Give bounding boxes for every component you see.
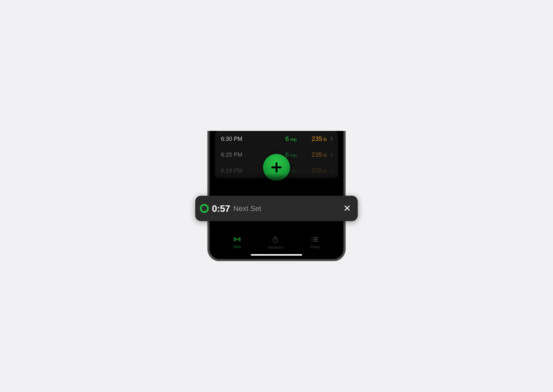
tab-today[interactable]: Today — [310, 236, 320, 249]
svg-rect-6 — [239, 237, 240, 241]
device-frame: MON, 9 MAR 2020 6:30 PM 6 rep 235 lb — [189, 131, 364, 261]
svg-rect-16 — [313, 241, 318, 242]
dismiss-timer-button[interactable] — [342, 203, 352, 214]
weight-value: 235 — [312, 167, 322, 174]
svg-point-17 — [201, 205, 208, 212]
weight-unit: lb — [323, 137, 327, 142]
tab-bar: Sets Sessions — [211, 231, 342, 258]
weight-value: 235 — [312, 135, 322, 142]
chevron-right-icon — [330, 168, 333, 173]
weight-unit: lb — [323, 153, 327, 158]
home-indicator[interactable] — [251, 254, 302, 256]
rep-unit: rep — [290, 153, 297, 158]
add-set-button[interactable] — [263, 154, 290, 181]
svg-rect-14 — [313, 239, 318, 240]
set-weight: 235 lb — [297, 151, 327, 158]
rep-value: 6 — [285, 135, 289, 142]
rep-unit: rep — [290, 137, 297, 142]
plus-icon — [270, 161, 283, 174]
tab-sets[interactable]: Sets — [233, 236, 241, 249]
set-weight: 235 lb — [297, 167, 327, 174]
svg-rect-3 — [235, 238, 236, 241]
tab-label: Today — [310, 245, 320, 249]
timer-time: 0:57 — [212, 203, 230, 214]
set-time: 6:30 PM — [221, 136, 275, 142]
svg-rect-4 — [236, 239, 238, 240]
weight-unit: lb — [323, 169, 327, 174]
tab-sessions[interactable]: Sessions — [268, 236, 284, 250]
svg-rect-12 — [313, 237, 318, 238]
chevron-right-icon — [330, 153, 333, 157]
svg-rect-5 — [238, 238, 239, 241]
app-screen: MON, 9 MAR 2020 6:30 PM 6 rep 235 lb — [211, 131, 342, 258]
set-reps: 6 rep — [275, 135, 297, 142]
tab-label: Sets — [233, 245, 241, 249]
svg-rect-2 — [234, 237, 235, 241]
svg-point-11 — [312, 237, 313, 238]
timer-label: Next Set — [233, 204, 261, 213]
close-icon — [344, 205, 350, 212]
stopwatch-icon — [272, 236, 279, 244]
svg-point-15 — [312, 241, 313, 242]
weight-value: 235 — [312, 151, 322, 158]
rep-unit: rep — [290, 169, 297, 174]
chevron-right-icon — [330, 137, 333, 141]
svg-point-13 — [312, 239, 313, 240]
list-icon — [311, 236, 319, 243]
dumbbell-icon — [233, 236, 241, 243]
tab-label: Sessions — [268, 245, 284, 250]
set-row[interactable]: 6:30 PM 6 rep 235 lb — [215, 131, 338, 147]
set-weight: 235 lb — [297, 135, 327, 142]
set-time: 6:25 PM — [221, 152, 275, 158]
rep-value: 6 — [285, 151, 289, 158]
rest-timer-banner[interactable]: 0:57 Next Set — [195, 196, 358, 221]
ring-icon — [199, 203, 209, 213]
